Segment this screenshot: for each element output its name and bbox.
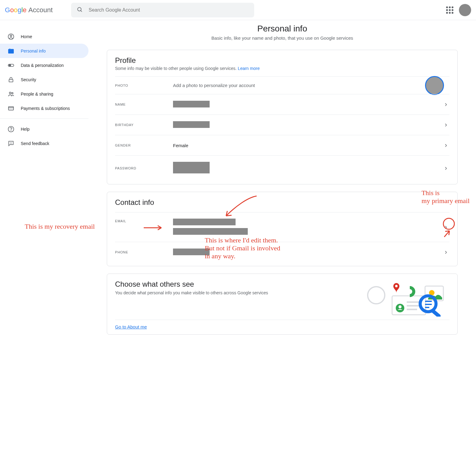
sidebar-item-home[interactable]: Home xyxy=(0,29,88,44)
row-value: Add a photo to personalize your account xyxy=(173,83,449,88)
chevron-right-icon: › xyxy=(442,248,449,256)
row-value-redacted xyxy=(173,162,442,174)
row-gender[interactable]: GENDER Female › xyxy=(115,135,449,155)
svg-point-0 xyxy=(78,7,81,11)
choose-sub: You decide what personal info you make v… xyxy=(115,290,358,295)
chevron-right-icon: › xyxy=(442,100,449,108)
feedback-icon xyxy=(7,140,15,147)
sidebar-item-label: Help xyxy=(21,127,30,132)
choose-card: Choose what others see You decide what p… xyxy=(107,274,458,335)
svg-rect-29 xyxy=(425,304,432,305)
svg-point-13 xyxy=(11,130,11,131)
choose-heading: Choose what others see xyxy=(115,280,358,289)
chevron-right-icon: › xyxy=(442,121,449,129)
profile-sub: Some info may be visible to other people… xyxy=(115,66,449,71)
row-birthday[interactable]: BIRTHDAY › xyxy=(115,114,449,135)
sidebar-item-security[interactable]: Security xyxy=(0,72,88,87)
page-title: Personal info xyxy=(107,24,458,34)
row-value-redacted xyxy=(173,101,442,108)
sidebar-item-feedback[interactable]: Send feedback xyxy=(0,136,88,151)
sidebar-item-label: Payments & subscriptions xyxy=(21,106,70,111)
illustration xyxy=(364,280,449,317)
sidebar-item-label: People & sharing xyxy=(21,92,53,96)
svg-point-22 xyxy=(398,305,402,308)
contact-heading: Contact info xyxy=(115,198,449,207)
row-value-redacted xyxy=(173,249,442,256)
people-icon xyxy=(7,90,15,98)
row-name[interactable]: NAME › xyxy=(115,94,449,114)
sidebar-item-label: Personal info xyxy=(21,49,46,53)
row-label: NAME xyxy=(115,103,173,106)
apps-icon[interactable] xyxy=(446,6,453,14)
sidebar-item-personal-info[interactable]: Personal info xyxy=(0,44,88,58)
lock-icon xyxy=(7,76,15,83)
row-label: EMAIL xyxy=(115,219,173,223)
svg-point-16 xyxy=(368,287,385,304)
row-email[interactable]: EMAIL › xyxy=(115,212,449,242)
svg-point-9 xyxy=(9,92,11,94)
svg-point-17 xyxy=(395,285,398,287)
header: Google Account xyxy=(0,0,476,20)
chevron-right-icon: › xyxy=(442,141,449,149)
svg-point-7 xyxy=(9,64,11,66)
google-logo: Google xyxy=(5,6,27,14)
page-subtitle: Basic info, like your name and photo, th… xyxy=(107,35,458,41)
svg-rect-27 xyxy=(431,309,441,317)
sidebar-item-label: Data & personalization xyxy=(21,63,64,68)
svg-point-3 xyxy=(10,35,12,37)
logo-block[interactable]: Google Account xyxy=(5,6,53,14)
profile-photo-avatar[interactable] xyxy=(425,76,444,95)
toggle-icon xyxy=(7,62,15,69)
chevron-right-icon: › xyxy=(442,223,449,231)
row-value: Female xyxy=(173,143,442,148)
search-icon xyxy=(77,6,83,14)
row-value-emails xyxy=(173,219,442,236)
main-content: Personal info Basic info, like your name… xyxy=(88,20,476,354)
learn-more-link[interactable]: Learn more xyxy=(238,66,260,71)
sidebar-item-label: Home xyxy=(21,34,32,39)
goto-about-me-link[interactable]: Go to About me xyxy=(115,320,449,331)
svg-rect-8 xyxy=(9,79,13,82)
profile-heading: Profile xyxy=(115,56,449,65)
row-password[interactable]: PASSWORD › xyxy=(115,155,449,180)
sidebar-item-people[interactable]: People & sharing xyxy=(0,87,88,101)
search-input[interactable] xyxy=(88,7,249,13)
row-phone[interactable]: PHONE › xyxy=(115,242,449,262)
row-value-redacted xyxy=(173,121,442,129)
card-icon xyxy=(7,105,15,112)
svg-rect-11 xyxy=(9,107,14,110)
svg-line-1 xyxy=(81,10,82,12)
svg-point-14 xyxy=(11,143,11,144)
nav-divider xyxy=(0,118,88,119)
chevron-right-icon: › xyxy=(442,164,449,172)
svg-rect-30 xyxy=(425,307,429,308)
sidebar: Home Personal info Data & personalizatio… xyxy=(0,20,88,354)
svg-rect-28 xyxy=(425,301,432,302)
row-label: BIRTHDAY xyxy=(115,123,173,127)
row-label: PASSWORD xyxy=(115,166,173,170)
profile-card: Profile Some info may be visible to othe… xyxy=(107,50,458,184)
sidebar-item-payments[interactable]: Payments & subscriptions xyxy=(0,101,88,115)
row-label: PHONE xyxy=(115,250,173,254)
help-icon xyxy=(7,125,15,133)
row-label: GENDER xyxy=(115,143,173,147)
sidebar-item-label: Send feedback xyxy=(21,141,49,146)
search-bar[interactable] xyxy=(71,3,254,17)
id-card-icon xyxy=(7,47,15,55)
logo-text: Account xyxy=(28,6,53,14)
sidebar-item-label: Security xyxy=(21,77,36,82)
contact-card: Contact info EMAIL › PHONE › This is my … xyxy=(107,192,458,266)
row-photo[interactable]: PHOTO Add a photo to personalize your ac… xyxy=(115,76,449,94)
sidebar-item-help[interactable]: Help xyxy=(0,122,88,136)
avatar[interactable] xyxy=(459,4,471,16)
row-label: PHOTO xyxy=(115,84,173,87)
svg-point-5 xyxy=(9,51,11,52)
person-circle-icon xyxy=(7,33,15,40)
sidebar-item-data[interactable]: Data & personalization xyxy=(0,58,88,72)
svg-point-10 xyxy=(12,92,13,94)
svg-rect-25 xyxy=(407,309,417,310)
